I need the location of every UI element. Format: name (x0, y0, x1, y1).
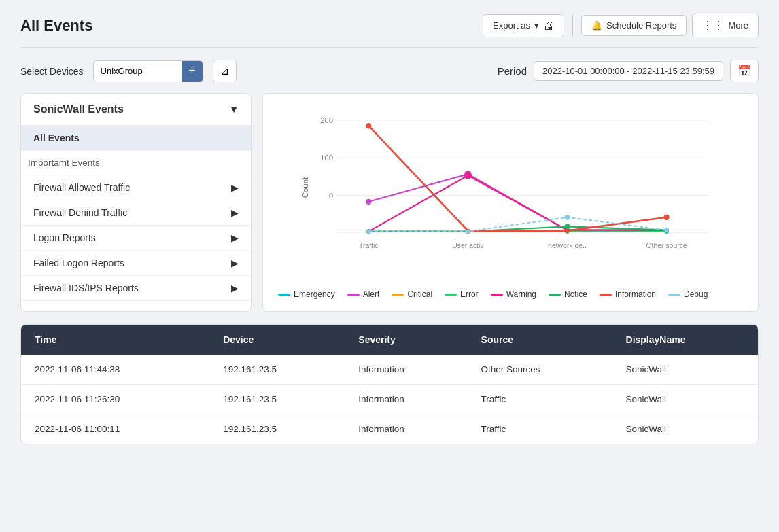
table-row: 2022-11-06 11:44:38 192.161.23.5 Informa… (21, 355, 758, 385)
svg-point-12 (366, 199, 371, 205)
sidebar-item-logon[interactable]: Logon Reports ▶ (21, 226, 251, 251)
legend-critical: Critical (392, 289, 432, 299)
col-time: Time (21, 325, 209, 355)
alarm-icon: 🔔 (591, 20, 602, 31)
cell-source: Other Sources (468, 355, 612, 385)
chart-svg: Count 200 100 0 (278, 106, 743, 269)
sidebar-item-all-events[interactable]: All Events (21, 126, 251, 151)
events-table-section: Time Device Severity Source DisplayName … (20, 324, 759, 444)
page-title: All Events (20, 17, 92, 35)
legend-error: Error (445, 289, 479, 299)
period-wrap: Period 2022-10-01 00:00:00 - 2022-11-15 … (498, 60, 759, 82)
arrow-right-icon: ▶ (231, 283, 239, 294)
chevron-down-icon: ▼ (229, 104, 239, 115)
export-icon: 🖨 (543, 20, 554, 32)
select-devices-label: Select Devices (20, 66, 84, 77)
period-label: Period (498, 65, 527, 77)
svg-text:Traffic: Traffic (359, 242, 378, 249)
cell-device: 192.161.23.5 (209, 355, 345, 385)
legend-information: Information (600, 289, 656, 299)
cell-device: 192.161.23.5 (209, 385, 345, 414)
svg-point-36 (366, 230, 370, 234)
events-table: Time Device Severity Source DisplayName … (21, 325, 758, 444)
legend-debug: Debug (668, 289, 708, 299)
svg-text:100: 100 (320, 154, 333, 162)
svg-text:network de..: network de.. (548, 242, 587, 249)
add-device-button[interactable]: + (182, 61, 203, 82)
cell-source: Traffic (468, 414, 612, 444)
col-displayname: DisplayName (612, 325, 758, 355)
main-content: SonicWall Events ▼ All Events Importamt … (20, 93, 759, 312)
cell-displayname: SonicWall (612, 385, 758, 414)
period-range: 2022-10-01 00:00:00 - 2022-11-15 23:59:5… (534, 61, 723, 81)
cell-severity: Information (345, 414, 467, 444)
svg-text:Other source: Other source (646, 242, 687, 249)
table-header: Time Device Severity Source DisplayName (21, 325, 758, 355)
arrow-right-icon: ▶ (231, 207, 239, 218)
sidebar-item-firewall-denied[interactable]: Firewall Denind Traffic ▶ (21, 200, 251, 226)
svg-point-32 (366, 123, 371, 128)
table-row: 2022-11-06 11:00:11 192.161.23.5 Informa… (21, 414, 758, 444)
col-device: Device (209, 325, 345, 355)
cell-time: 2022-11-06 11:44:38 (21, 355, 209, 385)
chart-container: Count 200 100 0 (278, 106, 743, 283)
table-body: 2022-11-06 11:44:38 192.161.23.5 Informa… (21, 355, 758, 444)
chevron-down-icon: ▾ (534, 20, 539, 31)
export-label: Export as (493, 20, 530, 31)
cell-time: 2022-11-06 11:00:11 (21, 414, 209, 444)
sidebar-item-firewall-allowed[interactable]: Firewall Allowed Traffic ▶ (21, 175, 251, 200)
cell-severity: Information (345, 385, 467, 414)
page-header: All Events Export as ▾ 🖨 🔔 Schedule Repo… (20, 14, 759, 48)
sidebar-item-important-events[interactable]: Importamt Events (21, 151, 251, 175)
device-input[interactable] (94, 62, 182, 80)
svg-text:Count: Count (301, 177, 309, 198)
sidebar: SonicWall Events ▼ All Events Importamt … (20, 93, 252, 312)
cell-device: 192.161.23.5 (209, 414, 345, 444)
svg-text:User activ: User activ (452, 242, 484, 249)
svg-point-25 (464, 172, 471, 179)
svg-point-38 (564, 215, 570, 220)
schedule-reports-button[interactable]: 🔔 Schedule Reports (581, 15, 687, 36)
svg-point-35 (663, 215, 669, 220)
cell-source: Traffic (468, 385, 612, 414)
col-severity: Severity (345, 325, 467, 355)
legend-warning: Warning (491, 289, 536, 299)
calendar-icon: 📅 (738, 65, 751, 77)
sidebar-item-failed-logon[interactable]: Failed Logon Reports ▶ (21, 251, 251, 276)
svg-point-39 (664, 228, 668, 232)
toolbar: Select Devices + ⊿ Period 2022-10-01 00:… (20, 60, 759, 82)
svg-text:0: 0 (329, 192, 333, 200)
svg-point-34 (565, 229, 569, 233)
more-button[interactable]: ⋮⋮ More (692, 14, 759, 37)
sidebar-item-ids-ips[interactable]: Firewall IDS/IPS Reports ▶ (21, 276, 251, 301)
export-button[interactable]: Export as ▾ 🖨 (483, 14, 564, 37)
svg-text:200: 200 (320, 116, 333, 124)
cell-severity: Information (345, 355, 467, 385)
cell-displayname: SonicWall (612, 355, 758, 385)
svg-point-30 (564, 224, 570, 229)
arrow-right-icon: ▶ (231, 232, 239, 243)
filter-button[interactable]: ⊿ (213, 60, 237, 82)
col-source: Source (468, 325, 612, 355)
divider (572, 15, 573, 37)
chart-legend: Emergency Alert Critical Error Warning (278, 289, 743, 299)
sidebar-title: SonicWall Events (33, 103, 124, 116)
chart-area: Count 200 100 0 (262, 93, 759, 312)
sidebar-header: SonicWall Events ▼ (21, 94, 251, 126)
header-actions: Export as ▾ 🖨 🔔 Schedule Reports ⋮⋮ More (483, 14, 759, 37)
legend-alert: Alert (347, 289, 380, 299)
legend-notice: Notice (549, 289, 587, 299)
device-input-wrap: + (93, 60, 203, 82)
cell-displayname: SonicWall (612, 414, 758, 444)
table-row: 2022-11-06 11:26:30 192.161.23.5 Informa… (21, 385, 758, 414)
calendar-button[interactable]: 📅 (730, 60, 759, 82)
svg-point-37 (466, 230, 470, 234)
arrow-right-icon: ▶ (231, 258, 239, 268)
filter-icon: ⊿ (220, 65, 229, 77)
more-icon: ⋮⋮ (702, 19, 724, 32)
legend-emergency: Emergency (278, 289, 335, 299)
arrow-right-icon: ▶ (231, 182, 239, 193)
cell-time: 2022-11-06 11:26:30 (21, 385, 209, 414)
